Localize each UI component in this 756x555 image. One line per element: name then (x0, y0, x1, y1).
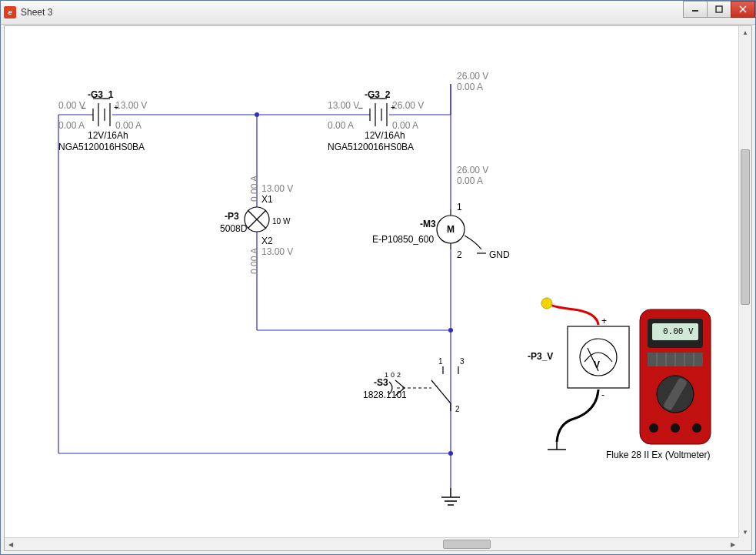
g3-1-spec: 12V/16Ah (88, 130, 128, 141)
g3-1-vright: 13.00 V (115, 100, 147, 111)
maximize-button[interactable] (707, 1, 731, 18)
svg-rect-1 (716, 6, 722, 12)
p3-amp-top: 0.00 A (249, 176, 260, 202)
minimize-icon (691, 5, 699, 13)
p3-part: 5008D (220, 223, 247, 234)
maximize-icon (715, 5, 723, 13)
svg-point-67 (692, 423, 701, 433)
app-icon: e (4, 6, 16, 18)
h-scroll-thumb[interactable] (443, 540, 491, 549)
p3v-plus: + (601, 316, 607, 326)
p3v-symbol: V (594, 359, 600, 370)
g3-1-aleft: 0.00 A (58, 120, 85, 131)
p3-amp-bot: 0.00 A (249, 248, 260, 274)
m3-atop: 0.00 A (457, 176, 483, 186)
svg-point-20 (448, 328, 453, 333)
p3-x2: X2 (261, 236, 273, 246)
canvas-wrap: -G3_1 0.00 V 13.00 V 0.00 A 0.00 A – + 1… (4, 25, 752, 551)
s3-t3: 3 (460, 357, 465, 366)
svg-point-51 (541, 298, 552, 309)
s3-pos2: 2 (397, 371, 401, 379)
close-button[interactable] (731, 1, 755, 18)
app-window: e Sheet 3 (0, 0, 756, 555)
m3-vtop: 26.00 V (457, 165, 488, 176)
p3v-name: -P3_V (528, 351, 553, 362)
scroll-down-icon[interactable]: ▼ (739, 526, 751, 538)
v-scroll-thumb[interactable] (741, 149, 750, 305)
g3-2-plus: + (391, 103, 395, 112)
s3-name: -S3 (374, 377, 388, 388)
s3-pos0: 0 (391, 371, 395, 379)
svg-point-21 (448, 451, 453, 456)
g3-2-vleft: 13.00 V (328, 100, 359, 111)
g3-2-aleft: 0.00 A (328, 120, 354, 131)
window-title: Sheet 3 (21, 7, 52, 18)
g3-2-name: -G3_2 (365, 89, 390, 100)
g3-2-vright: 26.00 V (392, 100, 424, 111)
m3-name: -M3 (420, 219, 436, 229)
p3-x1v: 13.00 V (261, 183, 293, 194)
g3-2-part: NGA5120016HS0BA (328, 142, 414, 152)
m3-pin2: 2 (457, 249, 462, 260)
m3-part: E-P10850_600 (372, 234, 434, 245)
p3-power: 10 W (272, 217, 290, 226)
p3-x2v: 13.00 V (261, 246, 293, 257)
window-buttons (684, 1, 755, 16)
g3-2-aright: 0.00 A (392, 120, 418, 131)
close-icon (739, 5, 747, 13)
horizontal-scrollbar[interactable]: ◀ ▶ (5, 537, 739, 550)
g3-1-aright: 0.00 A (115, 120, 142, 131)
g3-1-name: -G3_1 (88, 89, 113, 100)
g3-1-plus: + (114, 103, 118, 112)
g3-2-atop: 0.00 A (457, 82, 483, 92)
scroll-left-icon[interactable]: ◀ (5, 538, 17, 550)
scroll-corner (739, 538, 751, 550)
m3-pin1: 1 (457, 202, 462, 212)
s3-part: 1828.1101 (363, 390, 407, 400)
g3-2-vtop: 26.00 V (457, 71, 488, 82)
meter-reading: 0.00 V (663, 326, 694, 336)
s3-t1: 1 (438, 357, 443, 366)
g3-2-minus: – (358, 103, 363, 112)
g3-1-part: NGA5120016HS0BA (58, 142, 145, 152)
schematic-canvas[interactable]: -G3_1 0.00 V 13.00 V 0.00 A 0.00 A – + 1… (5, 26, 739, 538)
titlebar[interactable]: e Sheet 3 (1, 1, 755, 25)
minimize-button[interactable] (683, 1, 708, 18)
s3-pos1: 1 (385, 371, 388, 379)
g3-2-spec: 12V/16Ah (365, 130, 405, 141)
meter-label: Fluke 28 II Ex (Voltmeter) (606, 450, 710, 460)
p3v-minus: - (601, 390, 604, 400)
vertical-scrollbar[interactable]: ▲ ▼ (738, 26, 751, 538)
scroll-right-icon[interactable]: ▶ (727, 538, 739, 550)
svg-point-66 (671, 423, 680, 433)
svg-point-65 (649, 423, 658, 433)
m3-symbol: M (447, 224, 455, 235)
svg-point-19 (255, 112, 259, 117)
g3-1-minus: – (82, 103, 86, 112)
svg-line-42 (431, 380, 451, 403)
m3-gnd: GND (489, 249, 510, 260)
scroll-up-icon[interactable]: ▲ (739, 26, 751, 38)
p3-name: -P3 (225, 211, 239, 222)
p3-x1: X1 (261, 194, 273, 205)
s3-t2: 2 (455, 405, 460, 413)
